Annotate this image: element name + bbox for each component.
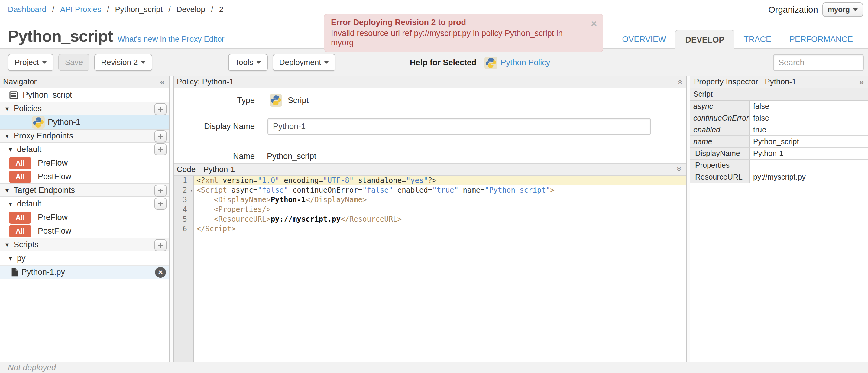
main-area: Navigator « Python_script▾Policies+Pytho… (0, 76, 868, 362)
tab-performance[interactable]: PERFORMANCE (780, 35, 862, 44)
nav-item-preflow[interactable]: AllPreFlow (0, 156, 169, 170)
code-header-label: Code (177, 165, 195, 174)
nav-item-preflow[interactable]: AllPreFlow (0, 211, 169, 224)
caret-down-icon (324, 61, 329, 64)
property-value[interactable]: Python_script (749, 136, 868, 147)
code-token: "Python_script" (485, 186, 550, 194)
type-row: Type Script (174, 94, 686, 107)
nav-item-label: PreFlow (38, 213, 68, 222)
nav-item-label: PostFlow (38, 172, 71, 181)
whats-new-link[interactable]: What's new in the Proxy Editor (118, 34, 224, 44)
nav-item-python-1-py[interactable]: Python-1.py✕ (0, 265, 169, 279)
collapse-panel-icon[interactable]: » (859, 77, 864, 87)
code-token: <ResourceURL> (214, 215, 271, 223)
flow-condition-badge: All (9, 225, 31, 237)
property-value[interactable]: false (749, 101, 868, 112)
deployment-menu-button[interactable]: Deployment (273, 54, 336, 71)
header-divider (852, 78, 852, 86)
property-value[interactable] (749, 160, 868, 171)
nav-item-python-script[interactable]: Python_script (0, 88, 169, 102)
toolbar: Project Save Revision 2 Tools Deployment… (0, 49, 868, 76)
panel-splitter[interactable] (169, 76, 174, 362)
nav-item-postflow[interactable]: AllPostFlow (0, 224, 169, 238)
code-token: </DisplayName> (306, 195, 367, 204)
code-line[interactable]: <?xml version="1.0" encoding="UTF-8" sta… (194, 176, 686, 185)
property-key: enabled (690, 124, 749, 135)
close-icon[interactable]: × (591, 18, 597, 30)
tab-overview[interactable]: OVERVIEW (613, 35, 675, 44)
property-key: ResourceURL (690, 172, 749, 183)
property-row-properties: Properties (690, 160, 868, 172)
code-token: > (550, 186, 554, 194)
nav-item-label: default (17, 145, 41, 154)
add-button[interactable]: + (154, 239, 166, 251)
code-token: <DisplayName> (214, 195, 271, 204)
nav-section-policies[interactable]: ▾Policies+ (0, 102, 169, 116)
code-token (196, 205, 214, 214)
code-editor[interactable]: 12▾3456 <?xml version="1.0" encoding="UT… (174, 176, 686, 362)
add-button[interactable]: + (154, 185, 166, 197)
nav-item-postflow[interactable]: AllPostFlow (0, 170, 169, 184)
code-line[interactable]: <Properties/> (194, 205, 686, 214)
add-button[interactable]: + (154, 130, 166, 143)
breadcrumb: Dashboard / API Proxies / Python_script … (8, 5, 223, 14)
help-for-selected-label: Help for Selected (410, 58, 476, 67)
collapse-panel-icon[interactable]: « (160, 77, 165, 87)
panel-splitter[interactable] (687, 76, 690, 362)
nav-item-py[interactable]: ▾py (0, 251, 169, 265)
breadcrumb-separator: / (105, 5, 112, 14)
tools-menu-button[interactable]: Tools (228, 54, 268, 71)
code-line[interactable]: <DisplayName>Python-1</DisplayName> (194, 195, 686, 205)
nav-section-proxy-endpoints[interactable]: ▾Proxy Endpoints+ (0, 129, 169, 143)
fold-icon[interactable]: ▾ (190, 186, 193, 195)
python-policy-help-link[interactable]: Python Policy (501, 58, 550, 67)
nav-section-target-endpoints[interactable]: ▾Target Endpoints+ (0, 184, 169, 197)
proxy-icon (9, 90, 19, 100)
proxy-editor-page: { "colors": { "accent_blue": "#428bca", … (0, 0, 868, 373)
collapse-section-icon[interactable]: » (675, 167, 684, 172)
breadcrumb-item-dashboard[interactable]: Dashboard (8, 5, 46, 14)
tab-develop[interactable]: DEVELOP (675, 30, 735, 49)
collapse-section-icon[interactable]: » (675, 80, 684, 84)
nav-item-python-1[interactable]: Python-1 (0, 116, 169, 129)
add-button[interactable]: + (154, 143, 166, 155)
code-token: async= (227, 186, 257, 194)
property-inspector-subject: Python-1 (765, 77, 796, 87)
nav-section-scripts[interactable]: ▾Scripts+ (0, 238, 169, 251)
project-menu-button[interactable]: Project (8, 54, 54, 71)
property-value[interactable]: false (749, 113, 868, 124)
code-token: <? (196, 176, 205, 185)
add-button[interactable]: + (154, 103, 166, 115)
breadcrumb-item-api-proxies[interactable]: API Proxies (60, 5, 101, 14)
property-value[interactable]: true (749, 124, 868, 135)
save-button[interactable]: Save (58, 54, 89, 71)
caret-down-icon: ▾ (5, 241, 9, 249)
add-button[interactable]: + (154, 198, 166, 210)
code-line[interactable]: </Script> (194, 224, 686, 234)
code-token: standalone= (353, 176, 406, 185)
code-line-number: 1 (174, 176, 193, 185)
breadcrumb-separator: / (166, 5, 173, 14)
nav-item-default[interactable]: ▾default+ (0, 143, 169, 156)
search-input[interactable] (773, 54, 864, 71)
property-inspector-title: Property Inspector (694, 77, 758, 87)
navigator-title: Navigator (3, 77, 37, 87)
policy-header-title: Policy: Python-1 (177, 77, 234, 87)
nav-item-default[interactable]: ▾default+ (0, 197, 169, 211)
code-token: "1.0" (257, 176, 279, 185)
code-line[interactable]: <Script async="false" continueOnError="f… (194, 185, 686, 195)
caret-down-icon (853, 8, 858, 11)
name-row: Name Python_script (174, 150, 686, 162)
property-value[interactable]: py://myscript.py (749, 172, 868, 183)
caret-down-icon: ▾ (5, 105, 9, 113)
property-value[interactable]: Python-1 (749, 148, 868, 159)
tab-trace[interactable]: TRACE (735, 35, 780, 44)
organization-dropdown[interactable]: myorg (823, 2, 863, 17)
code-token: "false" (362, 186, 393, 194)
display-name-input[interactable] (268, 118, 651, 135)
delete-icon[interactable]: ✕ (155, 267, 166, 278)
breadcrumb-item-develop: Develop (177, 5, 205, 14)
revision-menu-button[interactable]: Revision 2 (94, 54, 152, 71)
code-line[interactable]: <ResourceURL>py://myscript.py</ResourceU… (194, 214, 686, 224)
code-header: Code Python-1 » (174, 163, 686, 176)
